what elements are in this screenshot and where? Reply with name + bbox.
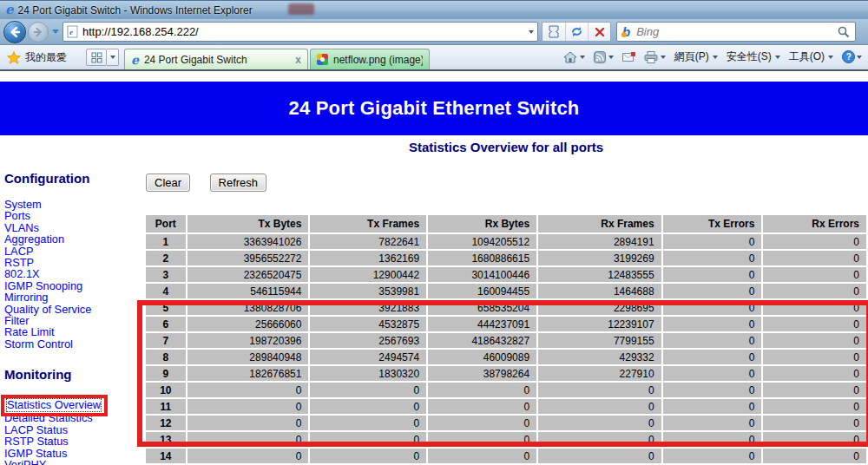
sidebar-item-storm-control[interactable]: Storm Control: [4, 338, 139, 350]
print-button[interactable]: [640, 49, 670, 65]
stat-cell: 4532875: [310, 317, 426, 331]
stat-cell: 1380828706: [187, 300, 309, 315]
search-field[interactable]: b Bing: [616, 22, 856, 42]
stop-x-icon: [595, 27, 605, 37]
port-cell: 2: [146, 251, 186, 265]
back-button[interactable]: [3, 21, 26, 43]
port-cell: 3: [146, 267, 186, 282]
favorites-star-icon: [7, 51, 21, 64]
home-icon: [563, 51, 577, 63]
stat-cell: 2494574: [310, 350, 426, 364]
stat-cell: 444237091: [428, 317, 536, 331]
sidebar-item-system[interactable]: System: [4, 199, 139, 210]
stat-cell: 0: [663, 432, 762, 447]
sidebar-item-rate-limit[interactable]: Rate Limit: [4, 326, 139, 337]
read-mail-button[interactable]: [618, 50, 640, 64]
sidebar-item-lacp[interactable]: LACP: [4, 246, 139, 257]
home-button[interactable]: [559, 49, 589, 65]
sidebar-item-aggregation[interactable]: Aggregation: [4, 233, 139, 245]
url-text[interactable]: http://192.168.254.222/: [82, 25, 529, 38]
search-icon[interactable]: [838, 26, 850, 38]
sidebar-item-statistics-overview[interactable]: Statistics Overview: [7, 399, 101, 410]
help-menu[interactable]: ?: [838, 49, 866, 65]
table-row: 12000000: [146, 416, 866, 430]
sidebar-item-lacp-status[interactable]: LACP Status: [4, 424, 139, 436]
tab-switch-page[interactable]: e 24 Port Gigabit Switch x: [124, 49, 308, 69]
stat-cell: 0: [187, 432, 309, 447]
svg-text:?: ?: [846, 52, 852, 62]
tab-close-icon[interactable]: x: [295, 54, 301, 66]
monitoring-heading: Monitoring: [4, 367, 139, 383]
sidebar-item-mirroring[interactable]: Mirroring: [4, 291, 139, 303]
printer-icon: [644, 51, 658, 63]
port-cell: 10: [146, 383, 186, 397]
page-menu[interactable]: 網頁(P): [670, 48, 722, 66]
window-titlebar: e 24 Port Gigabit Switch - Windows Inter…: [0, 0, 868, 19]
quick-tabs-button[interactable]: [86, 49, 107, 66]
stat-cell: 3014100446: [428, 267, 536, 282]
sidebar-item-veriphy[interactable]: VeriPHY: [4, 459, 139, 465]
forward-button[interactable]: [28, 22, 49, 43]
stat-cell: 0: [663, 399, 762, 414]
port-cell: 8: [146, 350, 186, 364]
sidebar-item-vlans[interactable]: VLANs: [4, 222, 139, 233]
favorites-button[interactable]: 我的最愛: [2, 50, 74, 69]
stat-cell: 3363941026: [187, 234, 309, 249]
history-dropdown-icon[interactable]: [52, 29, 59, 34]
stat-cell: 289840948: [187, 350, 309, 364]
sidebar-item-quality-of-service[interactable]: Quality of Service: [4, 304, 139, 315]
stat-cell: 0: [763, 416, 866, 430]
stop-button[interactable]: [588, 23, 610, 41]
column-header-port: Port: [146, 215, 186, 232]
port-cell: 6: [146, 317, 186, 331]
bing-logo-icon: b: [622, 24, 630, 39]
stat-cell: 0: [187, 449, 309, 463]
table-row: 62566606045328754442370911223910700: [146, 317, 866, 331]
tab-list-dropdown[interactable]: [107, 49, 119, 66]
sidebar-item-filter[interactable]: Filter: [4, 315, 139, 326]
stat-cell: 1830320: [310, 366, 426, 381]
sidebar-item-igmp-snooping[interactable]: IGMP Snooping: [4, 280, 139, 291]
address-field[interactable]: e http://192.168.254.222/: [62, 22, 538, 42]
sidebar-item-rstp-status[interactable]: RSTP Status: [4, 436, 139, 447]
sidebar-item-ports[interactable]: Ports: [4, 210, 139, 221]
command-bar: 網頁(P) 安全性(S) 工具(O) ?: [559, 48, 866, 69]
stat-cell: 1094205512: [428, 234, 536, 249]
stat-cell: 1680886615: [428, 251, 536, 265]
tools-menu[interactable]: 工具(O): [785, 48, 838, 66]
stat-cell: 0: [538, 399, 661, 414]
sidebar-item-802-1x[interactable]: 802.1X: [4, 268, 139, 279]
stat-cell: 2894191: [538, 234, 661, 249]
refresh-button[interactable]: [565, 23, 588, 41]
clear-button[interactable]: Clear: [146, 174, 190, 192]
tab-netflow-image[interactable]: netflow.png (image): [310, 49, 430, 69]
stat-cell: 0: [763, 383, 866, 397]
ie-logo-icon: e: [5, 3, 14, 16]
page-content: 24 Port Gigabit Ethernet Switch Configur…: [0, 69, 868, 463]
stat-cell: 0: [763, 366, 866, 381]
refresh-stats-button[interactable]: Refresh: [210, 174, 267, 192]
stat-cell: 7799155: [538, 333, 661, 348]
search-placeholder[interactable]: Bing: [636, 25, 838, 38]
safety-menu[interactable]: 安全性(S): [722, 48, 785, 66]
statistics-table: PortTx BytesTx FramesRx BytesRx FramesTx…: [144, 213, 868, 465]
tab-label[interactable]: netflow.png (image): [333, 54, 423, 66]
device-banner: 24 Port Gigabit Ethernet Switch: [0, 82, 868, 135]
stat-cell: 25666060: [187, 317, 309, 331]
stat-cell: 0: [763, 350, 866, 364]
tab-label[interactable]: 24 Port Gigabit Switch: [144, 54, 292, 66]
page-icon: e: [67, 25, 78, 38]
table-row: 14000000: [146, 449, 866, 463]
stat-cell: 0: [310, 383, 426, 397]
address-dropdown-icon[interactable]: [529, 30, 534, 34]
favorites-label[interactable]: 我的最愛: [25, 50, 67, 65]
stat-cell: 0: [538, 416, 661, 430]
compatibility-view-button[interactable]: [542, 23, 565, 41]
stat-cell: 0: [663, 416, 762, 430]
tab-bar: 我的最愛 e 24 Port Gigabit Switch x netflow.…: [0, 45, 868, 69]
stat-cell: 0: [763, 333, 866, 348]
sidebar-item-igmp-status[interactable]: IGMP Status: [4, 448, 139, 459]
stat-cell: 0: [428, 449, 536, 463]
feeds-button[interactable]: [589, 49, 618, 65]
sidebar-item-rstp[interactable]: RSTP: [4, 257, 139, 268]
